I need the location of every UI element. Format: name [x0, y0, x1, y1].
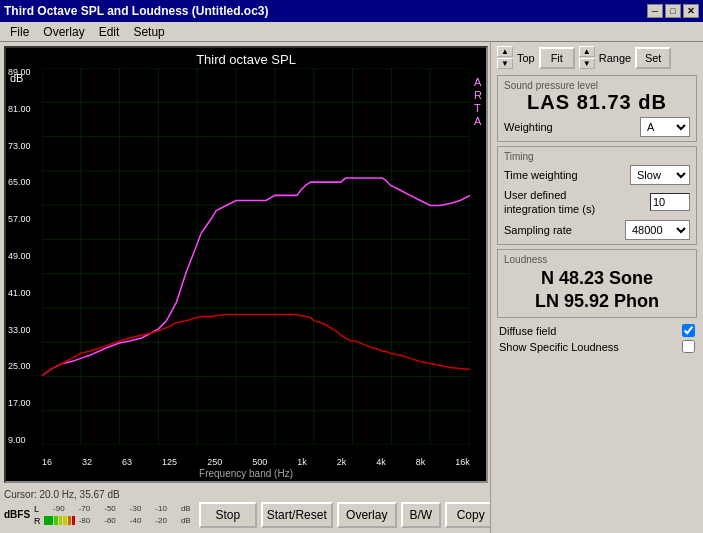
range-up-arrow[interactable]: ▲: [579, 46, 595, 57]
timing-section: Timing Time weighting Slow Fast Impulse …: [497, 146, 697, 245]
x-axis-labels: 16 32 63 125 250 500 1k 2k 4k 8k 16k: [42, 457, 470, 467]
loudness-value1: N 48.23 Sone: [504, 267, 690, 290]
top-down-arrow[interactable]: ▼: [497, 58, 513, 69]
title-bar-buttons: ─ □ ✕: [647, 4, 699, 18]
menu-overlay[interactable]: Overlay: [37, 23, 90, 41]
weighting-label: Weighting: [504, 121, 553, 133]
fit-button[interactable]: Fit: [539, 47, 575, 69]
menu-file[interactable]: File: [4, 23, 35, 41]
arta-label: ARTA: [474, 76, 482, 128]
meter-r-seg5: [68, 516, 71, 525]
cursor-info: Cursor: 20.0 Hz, 35.67 dB: [4, 489, 486, 500]
left-channel-label: L: [34, 504, 42, 514]
loudness-section: Loudness N 48.23 Sone LN 95.92 Phon: [497, 249, 697, 319]
maximize-button[interactable]: □: [665, 4, 681, 18]
menu-setup[interactable]: Setup: [127, 23, 170, 41]
menu-bar: File Overlay Edit Setup: [0, 22, 703, 42]
timing-section-label: Timing: [504, 151, 690, 162]
spl-section: Sound pressure level LAS 81.73 dB Weight…: [497, 75, 697, 142]
meter-r-seg2: [54, 516, 57, 525]
spl-value: LAS 81.73 dB: [504, 91, 690, 114]
chart-title: Third octave SPL: [6, 48, 486, 67]
top-up-arrow[interactable]: ▲: [497, 46, 513, 57]
window-title: Third Octave SPL and Loudness (Untitled.…: [4, 4, 268, 18]
bottom-bar: Cursor: 20.0 Hz, 35.67 dB dBFS L: [0, 483, 490, 533]
weighting-select[interactable]: A B C Z: [640, 117, 690, 137]
specific-loudness-checkbox[interactable]: [682, 340, 695, 353]
checkbox-section: Diffuse field Show Specific Loudness: [497, 322, 697, 355]
close-button[interactable]: ✕: [683, 4, 699, 18]
set-button[interactable]: Set: [635, 47, 671, 69]
specific-loudness-label: Show Specific Loudness: [499, 341, 619, 353]
spl-section-label: Sound pressure level: [504, 80, 690, 91]
time-weighting-label: Time weighting: [504, 169, 578, 181]
meter-r-seg6: [72, 516, 75, 525]
integration-time-label: User definedintegration time (s): [504, 188, 595, 217]
x-axis-title: Frequency band (Hz): [6, 468, 486, 479]
loudness-value2: LN 95.92 Phon: [504, 290, 690, 313]
overlay-button[interactable]: Overlay: [337, 502, 397, 528]
diffuse-field-label: Diffuse field: [499, 325, 556, 337]
title-bar: Third Octave SPL and Loudness (Untitled.…: [0, 0, 703, 22]
meter-r-seg4: [63, 516, 68, 525]
chart-area: Third octave SPL dB ARTA: [4, 46, 488, 483]
time-weighting-select[interactable]: Slow Fast Impulse: [630, 165, 690, 185]
right-channel-label: R: [34, 516, 42, 526]
y-axis-labels: 89.00 81.00 73.00 65.00 57.00 49.00 41.0…: [8, 68, 42, 445]
dbfs-label: dBFS: [4, 509, 30, 520]
diffuse-field-checkbox[interactable]: [682, 324, 695, 337]
right-panel: ▲ ▼ Top Fit ▲ ▼ Range Set Sound pressure…: [490, 42, 703, 533]
meter-r-seg3: [59, 516, 62, 525]
bw-button[interactable]: B/W: [401, 502, 441, 528]
menu-edit[interactable]: Edit: [93, 23, 126, 41]
bottom-buttons: Stop Start/Reset Overlay B/W Copy: [199, 502, 497, 528]
meter-bars: L -90-70-50-30-10dB: [34, 504, 191, 526]
svg-rect-0: [42, 68, 470, 445]
copy-button[interactable]: Copy: [445, 502, 497, 528]
main-area: Third octave SPL dB ARTA: [0, 42, 703, 533]
integration-time-input[interactable]: [650, 193, 690, 211]
spl-chart-svg: [42, 68, 470, 445]
range-label: Range: [599, 52, 631, 64]
top-range-controls: ▲ ▼ Top Fit ▲ ▼ Range Set: [497, 46, 697, 69]
meter-r-seg1: [44, 516, 53, 525]
start-reset-button[interactable]: Start/Reset: [261, 502, 333, 528]
sampling-rate-label: Sampling rate: [504, 224, 572, 236]
loudness-section-label: Loudness: [504, 254, 690, 265]
sampling-rate-select[interactable]: 48000 44100 96000: [625, 220, 690, 240]
stop-button[interactable]: Stop: [199, 502, 257, 528]
range-down-arrow[interactable]: ▼: [579, 58, 595, 69]
top-label: Top: [517, 52, 535, 64]
minimize-button[interactable]: ─: [647, 4, 663, 18]
